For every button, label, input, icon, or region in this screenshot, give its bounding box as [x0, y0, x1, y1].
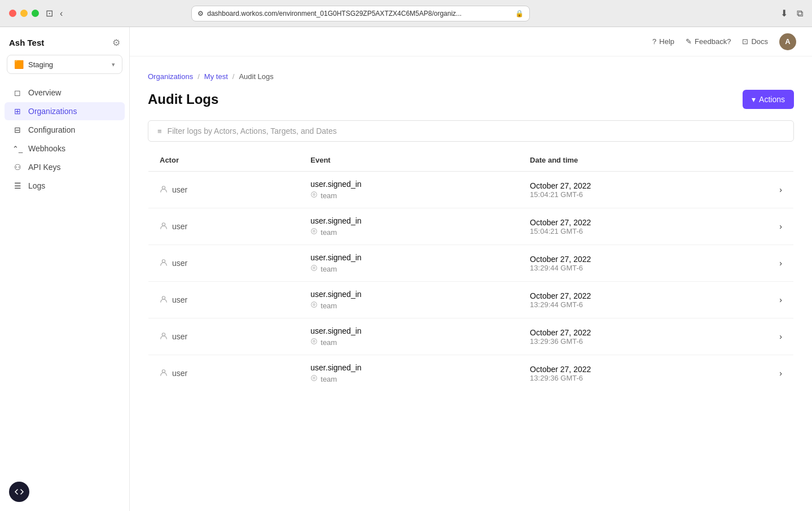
configuration-icon: ⊟ [12, 125, 23, 134]
column-header-event: Event [299, 149, 519, 172]
row-chevron-icon: › [768, 245, 793, 282]
sidebar: Ash Test ⚙ 🟧 Staging ▾ ◻ Overview ⊞ Orga… [0, 27, 130, 511]
row-chevron-icon: › [768, 208, 793, 245]
content-area: Organizations / My test / Audit Logs Aud… [130, 56, 812, 408]
breadcrumb-current: Audit Logs [239, 72, 273, 81]
sidebar-item-api-keys[interactable]: ⚇ API Keys [5, 158, 125, 176]
date-secondary: 15:04:21 GMT-6 [530, 190, 757, 199]
event-target: team [310, 191, 507, 200]
svg-point-14 [313, 340, 315, 342]
event-target: team [310, 338, 507, 347]
address-bar[interactable]: ⚙ dashboard.workos.com/environment_01G0H… [191, 6, 530, 21]
sidebar-item-overview[interactable]: ◻ Overview [5, 84, 125, 102]
back-icon[interactable]: ‹ [60, 8, 63, 19]
table-row[interactable]: user user.signed_in team Octob [148, 282, 794, 318]
svg-point-2 [313, 194, 315, 195]
actor-cell: user [148, 172, 300, 208]
date-secondary: 13:29:36 GMT-6 [530, 374, 757, 382]
target-icon [310, 264, 318, 273]
filter-placeholder: Filter logs by Actors, Actions, Targets,… [168, 126, 337, 136]
sidebar-toggle-icon[interactable]: ⊡ [46, 8, 53, 19]
minimize-button[interactable] [20, 10, 28, 17]
sidebar-item-configuration[interactable]: ⊟ Configuration [5, 121, 125, 139]
svg-point-12 [162, 333, 165, 335]
feedback-link[interactable]: ✎ Feedback? [686, 37, 731, 46]
event-cell: user.signed_in team [299, 355, 519, 392]
actor-name: user [172, 295, 187, 304]
svg-point-8 [313, 267, 315, 269]
svg-point-5 [313, 230, 315, 232]
actions-button[interactable]: ▾ Actions [743, 90, 794, 109]
date-cell: October 27, 2022 13:29:36 GMT-6 [519, 355, 768, 392]
column-header-action [768, 149, 793, 172]
user-icon [160, 185, 168, 195]
row-chevron-icon: › [768, 355, 793, 392]
event-name: user.signed_in [310, 180, 507, 189]
event-name: user.signed_in [310, 363, 507, 372]
sidebar-bottom [0, 473, 129, 511]
copy-icon[interactable]: ⧉ [797, 8, 803, 19]
api-keys-icon: ⚇ [12, 163, 23, 172]
sidebar-item-label: Configuration [28, 125, 75, 134]
sidebar-item-organizations[interactable]: ⊞ Organizations [5, 102, 125, 120]
sidebar-item-webhooks[interactable]: ⌃_ Webhooks [5, 139, 125, 158]
code-icon[interactable] [9, 482, 29, 502]
breadcrumb-my-test[interactable]: My test [204, 72, 228, 81]
table-row[interactable]: user user.signed_in team Octob [148, 355, 794, 392]
actor-name: user [172, 369, 187, 378]
user-icon [160, 222, 168, 232]
traffic-lights [9, 10, 39, 17]
help-link[interactable]: ? Help [652, 37, 674, 46]
date-primary: October 27, 2022 [530, 255, 757, 264]
event-name: user.signed_in [310, 290, 507, 299]
overview-icon: ◻ [12, 88, 23, 97]
event-name: user.signed_in [310, 326, 507, 335]
avatar[interactable]: A [779, 33, 796, 50]
page-header: Audit Logs ▾ Actions [148, 90, 794, 109]
topbar: ? Help ✎ Feedback? ⊡ Docs A [130, 27, 812, 56]
row-chevron-icon: › [768, 318, 793, 355]
docs-link[interactable]: ⊡ Docs [742, 37, 768, 46]
breadcrumb-organizations[interactable]: Organizations [148, 72, 193, 81]
table-row[interactable]: user user.signed_in team Octob [148, 208, 794, 245]
svg-point-6 [162, 259, 165, 262]
actor-name: user [172, 185, 187, 194]
filter-icon: ≡ [157, 127, 162, 136]
browser-action-buttons: ⬇ ⧉ [780, 8, 803, 19]
page-title: Audit Logs [148, 91, 218, 107]
audit-logs-table: Actor Event Date and time user [148, 149, 794, 392]
date-primary: October 27, 2022 [530, 181, 757, 190]
sidebar-header: Ash Test ⚙ [0, 27, 129, 55]
event-target: team [310, 301, 507, 310]
actor-name: user [172, 222, 187, 231]
user-icon [160, 332, 168, 342]
environment-name: Staging [28, 60, 107, 69]
column-header-actor: Actor [148, 149, 300, 172]
table-row[interactable]: user user.signed_in team Octob [148, 245, 794, 282]
table-row[interactable]: user user.signed_in team Octob [148, 172, 794, 208]
event-cell: user.signed_in team [299, 282, 519, 318]
date-secondary: 13:29:44 GMT-6 [530, 300, 757, 309]
close-button[interactable] [9, 10, 16, 17]
date-primary: October 27, 2022 [530, 291, 757, 300]
logs-icon: ☰ [12, 181, 23, 190]
environment-selector[interactable]: 🟧 Staging ▾ [7, 55, 122, 74]
feedback-icon: ✎ [686, 37, 692, 46]
organizations-icon: ⊞ [12, 107, 23, 116]
sidebar-item-label: API Keys [28, 163, 61, 172]
table-row[interactable]: user user.signed_in team Octob [148, 318, 794, 355]
favicon-icon: ⚙ [197, 10, 204, 18]
event-name: user.signed_in [310, 216, 507, 225]
svg-point-17 [313, 377, 315, 379]
filter-bar[interactable]: ≡ Filter logs by Actors, Actions, Target… [148, 120, 794, 142]
download-icon[interactable]: ⬇ [780, 8, 788, 19]
settings-gear-icon[interactable]: ⚙ [112, 37, 120, 48]
lock-icon: 🔒 [515, 10, 524, 18]
sidebar-item-logs[interactable]: ☰ Logs [5, 177, 125, 195]
svg-point-10 [311, 302, 317, 308]
sidebar-nav: ◻ Overview ⊞ Organizations ⊟ Configurati… [0, 83, 129, 195]
maximize-button[interactable] [32, 10, 39, 17]
actor-cell: user [148, 318, 300, 355]
svg-point-11 [313, 304, 315, 305]
row-chevron-icon: › [768, 282, 793, 318]
